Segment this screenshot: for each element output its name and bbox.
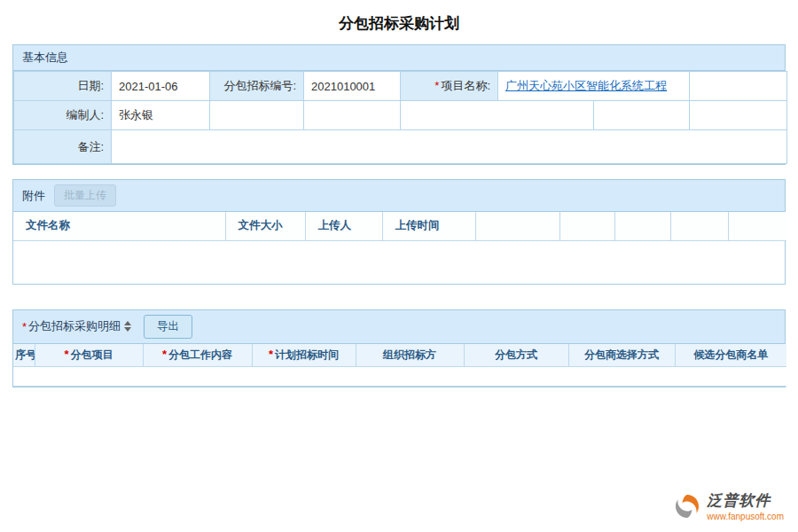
batch-upload-button[interactable]: 批量上传: [54, 184, 116, 207]
basic-info-row-1: 日期: 2021-01-06 分包招标编号: 2021010001 *项目名称:…: [14, 72, 787, 101]
details-table: 序号 *分包项目 *分包工作内容 *计划招标时间 组织招标方 分包方式 分包商选…: [13, 344, 786, 387]
project-name-label: 项目名称:: [441, 79, 490, 92]
col-header-upload-time: 上传时间: [382, 212, 475, 240]
col-header-work-content: *分包工作内容: [143, 344, 252, 367]
brand-text: 泛普软件 www.fanpusoft.com: [707, 490, 784, 521]
required-mark: *: [22, 320, 27, 333]
basic-info-row-2: 编制人: 张永银: [14, 101, 787, 130]
details-section-title: 分包招标采购明细: [28, 318, 121, 334]
spacer: [0, 165, 798, 179]
empty-col-header: [559, 212, 614, 240]
author-value: 张永银: [112, 101, 210, 130]
empty-col-header: [614, 212, 670, 240]
empty-cell: [401, 101, 594, 130]
empty-col-header: [728, 212, 786, 240]
empty-cell: [210, 101, 304, 130]
page-title: 分包招标采购计划: [0, 0, 798, 44]
details-empty-row: [13, 367, 786, 387]
author-label: 编制人:: [14, 101, 112, 130]
attachments-table: 文件名称 文件大小 上传人 上传时间: [13, 212, 786, 241]
brand-swirl-icon: [673, 492, 701, 520]
empty-cell: [690, 72, 787, 101]
sort-arrows-icon[interactable]: [124, 321, 131, 332]
basic-info-section-title: 基本信息: [22, 50, 68, 66]
col-header-work-content-label: 分包工作内容: [168, 348, 232, 361]
col-header-seq: 序号: [13, 344, 35, 367]
brand-name: 泛普软件: [707, 490, 771, 511]
empty-cell: [594, 101, 690, 130]
col-header-planned-bid-time-label: 计划招标时间: [275, 348, 339, 361]
empty-col-header: [475, 212, 559, 240]
bid-no-label: 分包招标编号:: [210, 72, 304, 101]
attachments-table-header-row: 文件名称 文件大小 上传人 上传时间: [13, 212, 786, 240]
details-section: * 分包招标采购明细 导出 序号 *分包项目 *分包工作内容 *计划招标时间 组…: [12, 309, 786, 388]
col-header-planned-bid-time: *计划招标时间: [252, 344, 356, 367]
col-header-subcontract-item-label: 分包项目: [71, 348, 113, 361]
basic-info-section: 基本信息 日期: 2021-01-06 分包招标编号: 2021010001 *…: [12, 44, 786, 165]
required-mark: *: [162, 348, 167, 361]
attachments-section-header: 附件 批量上传: [13, 180, 785, 212]
project-name-link[interactable]: 广州天心苑小区智能化系统工程: [505, 79, 667, 92]
required-mark: *: [64, 348, 68, 361]
col-header-subcontract-item: *分包项目: [35, 344, 143, 367]
spacer: [0, 285, 798, 309]
attachments-section-title: 附件: [22, 188, 45, 204]
col-header-candidate-list: 候选分包商名单: [675, 344, 786, 367]
basic-info-section-header: 基本信息: [13, 45, 785, 71]
attachments-empty-body: [13, 241, 785, 284]
empty-cell: [304, 101, 401, 130]
details-table-header-row: 序号 *分包项目 *分包工作内容 *计划招标时间 组织招标方 分包方式 分包商选…: [13, 344, 786, 367]
bid-no-value: 2021010001: [304, 72, 401, 101]
empty-cell: [690, 101, 787, 130]
basic-info-row-remark: 备注:: [14, 130, 787, 164]
remark-label: 备注:: [14, 130, 112, 164]
col-header-subcontract-method: 分包方式: [464, 344, 568, 367]
project-name-value-cell: 广州天心苑小区智能化系统工程: [498, 72, 690, 101]
empty-col-header: [670, 212, 728, 240]
export-button[interactable]: 导出: [144, 315, 192, 339]
required-mark: *: [269, 348, 273, 361]
col-header-uploader: 上传人: [305, 212, 382, 240]
attachments-section: 附件 批量上传 文件名称 文件大小 上传人 上传时间: [12, 179, 786, 285]
project-name-label-cell: *项目名称:: [401, 72, 498, 101]
remark-value: [112, 130, 787, 164]
col-header-file-name: 文件名称: [13, 212, 225, 240]
col-header-file-size: 文件大小: [225, 212, 305, 240]
empty-cell: [13, 367, 786, 387]
brand-url[interactable]: www.fanpusoft.com: [707, 512, 784, 521]
footer-brand: 泛普软件 www.fanpusoft.com: [673, 490, 784, 521]
required-mark: *: [434, 79, 439, 92]
basic-info-table: 日期: 2021-01-06 分包招标编号: 2021010001 *项目名称:…: [13, 71, 787, 164]
date-label: 日期:: [14, 72, 112, 101]
col-header-selection-method: 分包商选择方式: [568, 344, 675, 367]
details-section-header: * 分包招标采购明细 导出: [13, 310, 785, 344]
page: 分包招标采购计划 基本信息 日期: 2021-01-06 分包招标编号: 202…: [0, 0, 798, 387]
col-header-organizer: 组织招标方: [356, 344, 464, 367]
date-value: 2021-01-06: [112, 72, 210, 101]
